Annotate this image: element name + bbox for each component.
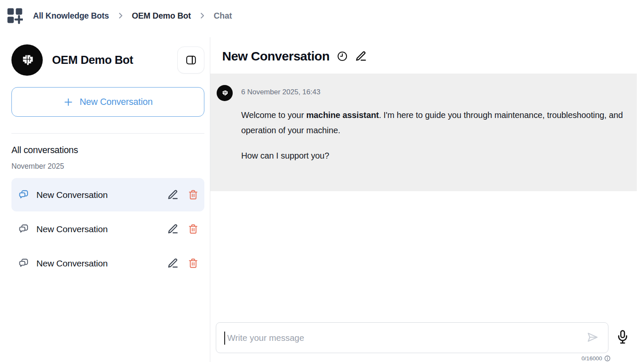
panel-toggle-icon <box>185 55 197 66</box>
rename-conversation-button[interactable] <box>167 258 179 269</box>
clock-icon <box>337 51 348 62</box>
pencil-icon <box>167 189 179 200</box>
chevron-right-icon <box>198 12 206 19</box>
delete-conversation-button[interactable] <box>188 189 198 200</box>
conversation-item-active[interactable]: New Conversation <box>11 178 204 211</box>
chat-title: New Conversation <box>222 49 330 63</box>
chat-bubbles-icon <box>18 189 29 200</box>
chat-bubbles-icon <box>18 258 29 269</box>
bot-name: OEM Demo Bot <box>52 54 177 67</box>
pencil-icon <box>167 223 179 235</box>
character-counter: 0/16000 <box>210 354 611 362</box>
message-paragraph: Welcome to your machine assistant. I'm h… <box>241 107 628 138</box>
rename-conversation-button[interactable] <box>167 223 179 235</box>
new-conversation-button[interactable]: New Conversation <box>11 87 204 117</box>
chevron-right-icon <box>117 12 124 19</box>
conversation-item[interactable]: New Conversation <box>11 212 204 246</box>
rename-chat-button[interactable] <box>355 50 367 62</box>
plus-icon <box>63 97 74 107</box>
chat-bubbles-icon <box>18 223 29 235</box>
delete-conversation-button[interactable] <box>188 224 198 234</box>
pencil-icon <box>167 258 179 269</box>
send-icon <box>586 331 600 344</box>
breadcrumb-chat: Chat <box>214 11 232 21</box>
sidebar-divider <box>11 133 204 134</box>
message-input[interactable] <box>216 323 608 353</box>
conversation-title: New Conversation <box>36 258 167 269</box>
bot-message: 6 November 2025, 16:43 Welcome to your m… <box>210 74 637 191</box>
knowledge-bots-grid-icon <box>7 7 23 24</box>
conversation-item[interactable]: New Conversation <box>11 247 204 280</box>
new-conversation-button-label: New Conversation <box>80 97 152 107</box>
trash-icon <box>188 258 198 269</box>
trash-icon <box>188 224 198 234</box>
microphone-icon <box>616 329 629 345</box>
all-conversations-heading: All conversations <box>11 145 204 156</box>
sidebar-collapse-button[interactable] <box>177 47 204 74</box>
info-icon[interactable] <box>604 355 611 362</box>
bot-avatar <box>217 85 233 101</box>
voice-input-button[interactable] <box>616 329 629 346</box>
send-message-button[interactable] <box>586 331 600 345</box>
conversations-sidebar: OEM Demo Bot New Conversation All conver… <box>0 37 210 362</box>
rename-conversation-button[interactable] <box>167 189 179 200</box>
pencil-icon <box>355 50 367 62</box>
bot-avatar <box>11 44 43 76</box>
month-group-label: November 2025 <box>11 162 204 171</box>
message-timestamp: 6 November 2025, 16:43 <box>241 88 628 96</box>
conversation-list: New Conversation <box>11 178 204 280</box>
chat-scroll-area <box>210 191 644 322</box>
message-paragraph: How can I support you? <box>241 148 628 163</box>
character-count: 0/16000 <box>581 355 602 362</box>
conversation-title: New Conversation <box>36 224 167 234</box>
breadcrumb-oem-demo-bot[interactable]: OEM Demo Bot <box>132 11 191 21</box>
delete-conversation-button[interactable] <box>188 258 198 269</box>
breadcrumb-all-knowledge-bots[interactable]: All Knowledge Bots <box>33 11 109 21</box>
conversation-title: New Conversation <box>36 190 167 200</box>
chat-panel: New Conversation 6 November 2025, 16:43 <box>210 37 644 362</box>
conversation-history-button[interactable] <box>337 51 348 62</box>
message-composer <box>216 322 629 353</box>
text-caret <box>224 332 225 345</box>
breadcrumb: All Knowledge Bots OEM Demo Bot Chat <box>0 0 644 37</box>
trash-icon <box>188 189 198 200</box>
